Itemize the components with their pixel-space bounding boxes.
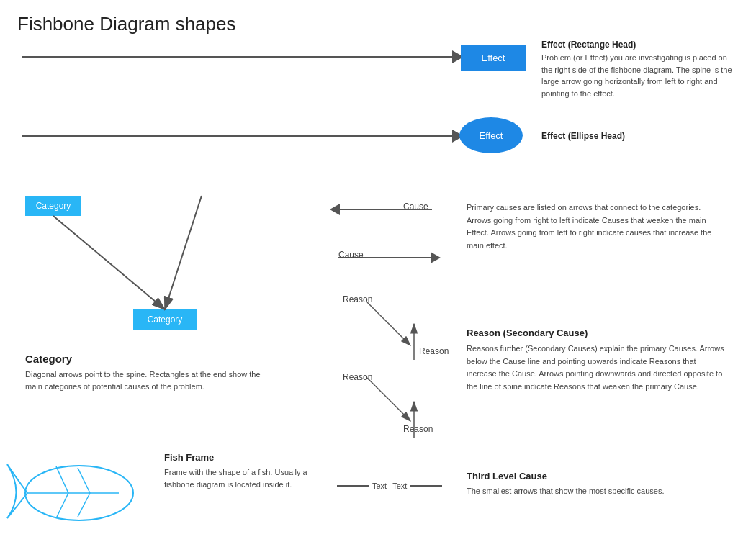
fish-frame-label: Fish Frame bbox=[164, 452, 214, 463]
third-level-arrows: Text Text bbox=[337, 482, 442, 490]
effect-rect-desc: Problem (or Effect) you are investigatin… bbox=[541, 52, 736, 99]
spine-ellipse-arrow bbox=[22, 135, 454, 137]
category-box2-text: Category bbox=[148, 315, 183, 325]
effect-ellipse-text: Effect bbox=[479, 130, 503, 141]
svg-line-14 bbox=[56, 466, 68, 493]
mini-line-right bbox=[410, 485, 442, 487]
svg-line-16 bbox=[56, 493, 68, 518]
effect-ellipse-label: Effect (Ellipse Head) bbox=[541, 131, 625, 141]
cause-desc: Primary causes are listed on arrows that… bbox=[467, 202, 726, 252]
cause-right-text: Cause bbox=[338, 250, 364, 260]
svg-line-2 bbox=[53, 216, 165, 309]
svg-line-17 bbox=[78, 493, 90, 517]
svg-text:Reason: Reason bbox=[403, 424, 433, 434]
svg-line-6 bbox=[367, 378, 410, 421]
mini-line-left bbox=[337, 485, 369, 487]
category-box1-text: Category bbox=[36, 201, 71, 211]
third-cause-desc: The smallest arrows that show the most s… bbox=[467, 485, 726, 497]
svg-point-12 bbox=[25, 466, 133, 520]
svg-text:Reason: Reason bbox=[419, 346, 449, 356]
svg-line-15 bbox=[78, 468, 90, 493]
effect-ellipse-box: Effect bbox=[459, 117, 523, 153]
category-desc: Diagonal arrows point to the spine. Rect… bbox=[25, 369, 270, 392]
third-text-1: Text bbox=[369, 482, 390, 490]
third-text-2: Text bbox=[390, 482, 410, 490]
category-label: Category bbox=[25, 353, 72, 365]
page-title: Fishbone Diagram shapes bbox=[0, 0, 756, 42]
category-box-1: Category bbox=[25, 196, 81, 216]
fish-frame-desc: Frame with the shape of a fish. Usually … bbox=[164, 466, 323, 490]
reason-desc: Reasons further (Secondary Causes) expla… bbox=[467, 343, 726, 393]
spine-rect-arrow bbox=[22, 56, 454, 58]
svg-text:Reason: Reason bbox=[343, 372, 372, 382]
category-box-2: Category bbox=[133, 309, 197, 330]
effect-rect-text: Effect bbox=[481, 53, 505, 63]
svg-line-3 bbox=[165, 196, 202, 309]
effect-rect-label: Effect (Rectange Head) bbox=[541, 40, 736, 50]
cause-left-text: Cause bbox=[403, 202, 428, 212]
effect-rect-box: Effect bbox=[461, 45, 526, 71]
reason-label: Reason (Secondary Cause) bbox=[467, 327, 588, 338]
svg-text:Reason: Reason bbox=[343, 294, 372, 304]
third-cause-label: Third Level Cause bbox=[467, 471, 547, 482]
svg-line-4 bbox=[367, 302, 410, 345]
